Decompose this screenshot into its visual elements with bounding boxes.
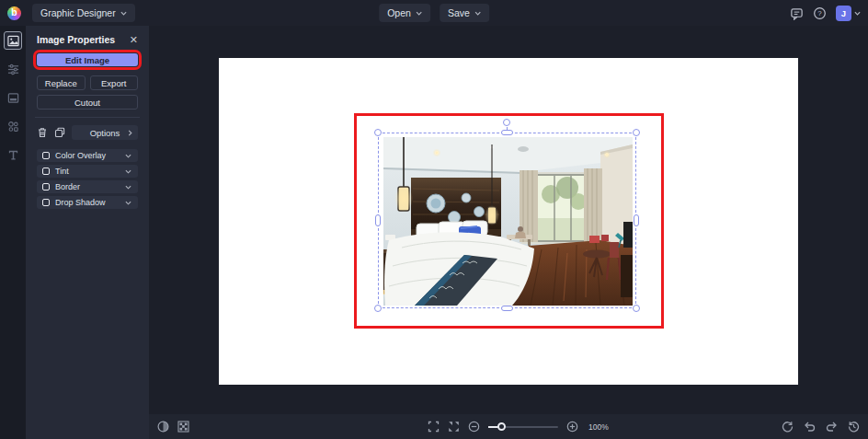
canvas-color-icon[interactable] xyxy=(157,421,169,433)
transparency-grid-icon[interactable] xyxy=(177,421,189,433)
selection-handle-s[interactable] xyxy=(501,306,513,311)
sidebar-item-image-library[interactable] xyxy=(4,88,22,107)
border-checkbox[interactable] xyxy=(42,183,50,191)
save-button[interactable]: Save xyxy=(440,4,489,22)
selection-handle-sw[interactable] xyxy=(374,305,382,312)
selection-handle-n[interactable] xyxy=(501,130,513,135)
chevron-down-icon xyxy=(474,10,481,17)
bottom-bar: 100% xyxy=(149,414,868,439)
app-window: Graphic Designer Open Save xyxy=(0,0,868,439)
drop-shadow-checkbox[interactable] xyxy=(42,199,50,206)
chevron-down-icon[interactable] xyxy=(125,184,131,191)
delete-icon[interactable] xyxy=(37,127,48,138)
top-bar: Graphic Designer Open Save xyxy=(0,0,868,26)
fit-image-icon[interactable] xyxy=(448,421,460,433)
toggle-label: Tint xyxy=(55,167,120,176)
selection-handle-nw[interactable] xyxy=(374,129,382,136)
feedback-icon[interactable] xyxy=(790,6,804,20)
account-button[interactable]: J xyxy=(836,6,861,21)
selection-handle-e[interactable] xyxy=(634,214,639,226)
divider xyxy=(35,117,140,118)
toggle-label: Drop Shadow xyxy=(55,198,120,207)
zoom-out-icon[interactable] xyxy=(468,421,480,433)
chevron-down-icon xyxy=(416,10,422,17)
history-icon[interactable] xyxy=(848,421,860,433)
zoom-in-icon[interactable] xyxy=(566,421,578,433)
selection-handle-ne[interactable] xyxy=(633,129,640,136)
befunky-logo-icon[interactable] xyxy=(7,6,21,20)
shapes-icon xyxy=(7,121,19,133)
chevron-down-icon[interactable] xyxy=(125,153,131,159)
sidebar-item-graphics[interactable] xyxy=(4,117,22,135)
open-button[interactable]: Open xyxy=(379,4,430,22)
chevron-down-icon xyxy=(854,10,861,17)
sidebar-item-edit[interactable] xyxy=(4,60,22,78)
sidebar-item-text[interactable] xyxy=(4,145,22,164)
app-mode-switcher[interactable]: Graphic Designer xyxy=(32,4,135,22)
sidebar-item-image-manager[interactable] xyxy=(4,31,22,50)
tool-rail xyxy=(0,26,26,439)
selection-handle-w[interactable] xyxy=(375,214,381,226)
chevron-down-icon xyxy=(120,10,127,17)
app-mode-label: Graphic Designer xyxy=(40,7,116,18)
photo-frame-icon xyxy=(7,92,19,104)
panel-title: Image Properties xyxy=(37,34,115,45)
sliders-icon xyxy=(7,64,19,75)
options-label: Options xyxy=(90,128,120,138)
toggle-label: Border xyxy=(55,182,120,191)
help-icon[interactable]: ? xyxy=(813,6,827,20)
zoom-slider-knob[interactable] xyxy=(497,422,506,431)
replace-button[interactable]: Replace xyxy=(37,75,86,90)
zoom-slider[interactable] xyxy=(488,426,558,428)
rotation-handle[interactable] xyxy=(503,119,510,126)
open-label: Open xyxy=(387,7,411,18)
toggle-tint[interactable]: Tint xyxy=(37,165,138,178)
chevron-down-icon[interactable] xyxy=(125,168,131,175)
duplicate-icon[interactable] xyxy=(54,127,65,138)
undo-icon[interactable] xyxy=(804,421,816,433)
text-icon xyxy=(7,149,19,161)
toggle-label: Color Overlay xyxy=(55,151,120,160)
cutout-button[interactable]: Cutout xyxy=(37,95,138,110)
image-icon xyxy=(7,35,19,47)
save-label: Save xyxy=(448,7,470,18)
zoom-level: 100% xyxy=(588,422,609,432)
selected-image[interactable] xyxy=(383,137,633,306)
tint-checkbox[interactable] xyxy=(42,168,50,175)
close-icon[interactable]: ✕ xyxy=(130,35,138,45)
avatar: J xyxy=(836,6,851,21)
chevron-right-icon xyxy=(127,130,133,136)
toggle-drop-shadow[interactable]: Drop Shadow xyxy=(37,196,138,209)
selection-handle-se[interactable] xyxy=(633,305,640,312)
svg-text:?: ? xyxy=(817,9,822,17)
redo-icon[interactable] xyxy=(826,421,838,433)
export-button[interactable]: Export xyxy=(90,75,139,90)
toggle-color-overlay[interactable]: Color Overlay xyxy=(37,149,138,162)
options-dropdown[interactable]: Options xyxy=(72,125,138,140)
toggle-border[interactable]: Border xyxy=(37,180,138,193)
color-overlay-checkbox[interactable] xyxy=(42,152,50,159)
reset-icon[interactable] xyxy=(782,421,794,433)
edit-image-button[interactable]: Edit Image xyxy=(37,53,138,66)
fit-screen-icon[interactable] xyxy=(428,421,440,433)
image-properties-panel: Image Properties ✕ Edit Image Replace Ex… xyxy=(26,26,149,439)
chevron-down-icon[interactable] xyxy=(125,200,131,206)
